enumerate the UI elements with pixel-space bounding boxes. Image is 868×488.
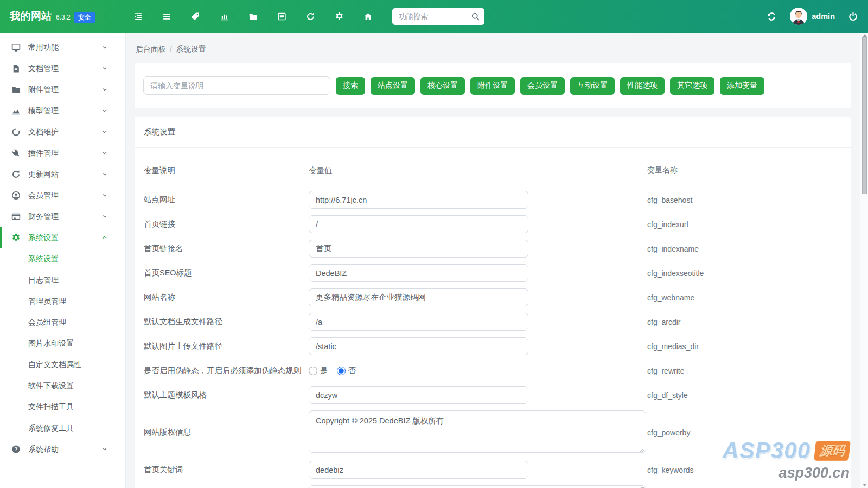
sidebar-subitem-6[interactable]: 软件下载设置 (0, 375, 125, 396)
sidebar-subitem-4[interactable]: 图片水印设置 (0, 333, 125, 354)
row-value (309, 240, 647, 258)
sidebar-subitem-7[interactable]: 文件扫描工具 (0, 396, 125, 418)
topbar-home-icon-button[interactable] (356, 8, 380, 25)
help-icon: ? (11, 445, 21, 454)
row-label: 默认图片上传文件路径 (144, 341, 309, 351)
toolbar-button-1[interactable]: 站点设置 (371, 77, 415, 95)
sidebar-item-10[interactable]: ?系统帮助 (0, 439, 125, 460)
circle-icon (11, 127, 21, 137)
row-value (309, 386, 647, 404)
sidebar-item-0[interactable]: 常用功能 (0, 37, 125, 58)
scrollbar-thumb[interactable] (862, 37, 867, 194)
sidebar-item-3[interactable]: 模型管理 (0, 100, 125, 121)
toolbar-button-3[interactable]: 附件设置 (470, 77, 515, 95)
description-textarea[interactable]: DedeBIZ系统基于PHP7版本开发，具有很强的可扩展性，并且采用GPLv2协… (309, 485, 646, 488)
cfg_arcdir-input[interactable] (309, 313, 528, 331)
row-label: 首页链接 (144, 219, 309, 229)
cfg_rewrite-radio-0[interactable] (309, 367, 317, 375)
sidebar-item-label: 常用功能 (28, 43, 59, 53)
topbar-menu-icon-button[interactable] (155, 8, 179, 25)
cfg_basehost-input[interactable] (309, 191, 528, 209)
table-row: 网站名称cfg_webname (144, 285, 841, 310)
cfg_medias_dir-input[interactable] (309, 337, 528, 355)
toolbar-buttons: 搜索站点设置核心设置附件设置会员设置互动设置性能选项其它选项添加变量 (330, 77, 764, 95)
cfg_indexname-input[interactable] (309, 240, 528, 258)
topbar-indent-icon-button[interactable] (126, 8, 150, 25)
row-value: 是否 (309, 365, 647, 376)
chevron-down-icon (101, 65, 108, 72)
sidebar-subitem-8[interactable]: 系统修复工具 (0, 418, 125, 439)
power-icon[interactable] (848, 11, 858, 22)
scrollbar-down-arrow[interactable] (863, 484, 867, 486)
toolbar-button-8[interactable]: 添加变量 (720, 77, 764, 95)
cfg_powerby-textarea[interactable]: Copyright © 2025 DedeBIZ 版权所有 (309, 410, 646, 453)
sidebar-subitem-0[interactable]: 系统设置 (0, 248, 125, 269)
sidebar-subitem-5[interactable]: 自定义文档属性 (0, 354, 125, 375)
cfg_keywords-input[interactable] (309, 461, 528, 479)
topbar-folder-icon-button[interactable] (241, 8, 265, 25)
svg-text:?: ? (14, 446, 17, 452)
topbar-gear-icon-button[interactable] (327, 8, 352, 25)
toolbar-button-4[interactable]: 会员设置 (520, 77, 565, 95)
sidebar-item-2[interactable]: 附件管理 (0, 79, 125, 100)
row-value (309, 337, 647, 355)
card-icon (11, 212, 21, 221)
user-menu[interactable]: admin (790, 8, 835, 25)
row-value (309, 264, 647, 282)
row-varname: cfg_arcdir (647, 318, 680, 326)
cfg_indexseotitle-input[interactable] (309, 264, 528, 282)
table-row: 首页链接名cfg_indexname (144, 236, 841, 261)
cfg_rewrite-option-1[interactable]: 否 (337, 365, 356, 376)
sidebar-item-9[interactable]: 系统设置 (0, 227, 125, 248)
row-varname: cfg_keywords (647, 466, 694, 474)
row-varname: cfg_df_style (647, 391, 688, 400)
toolbar-button-6[interactable]: 性能选项 (620, 77, 665, 95)
chevron-down-icon (101, 213, 108, 220)
cfg_webname-input[interactable] (309, 288, 528, 306)
sidebar-item-7[interactable]: 会员管理 (0, 185, 125, 206)
search-icon[interactable] (471, 12, 480, 21)
toolbar-button-7[interactable]: 其它选项 (670, 77, 714, 95)
security-badge: 安全 (74, 12, 95, 23)
toolbar-button-0[interactable]: 搜索 (336, 77, 365, 95)
row-varname: cfg_basehost (647, 196, 692, 204)
topbar-tag-icon-button[interactable] (183, 8, 208, 25)
sidebar-item-label: 更新网站 (28, 170, 59, 179)
page-scrollbar[interactable] (860, 33, 868, 488)
sidebar-item-label: 文档管理 (28, 64, 59, 74)
sidebar-item-1[interactable]: 文档管理 (0, 58, 125, 79)
cfg_rewrite-option-0[interactable]: 是 (309, 365, 328, 376)
sync-icon[interactable] (767, 11, 777, 22)
sidebar-subitem-3[interactable]: 会员组管理 (0, 312, 125, 333)
variable-search-input[interactable] (143, 76, 330, 95)
toolbar-button-2[interactable]: 核心设置 (420, 77, 465, 95)
sidebar-item-4[interactable]: 文档维护 (0, 121, 125, 143)
sidebar-subitem-2[interactable]: 管理员管理 (0, 291, 125, 312)
folder-icon (248, 12, 258, 21)
sidebar-item-label: 财务管理 (28, 212, 59, 222)
refresh-icon (11, 170, 21, 179)
sidebar-item-6[interactable]: 更新网站 (0, 164, 125, 185)
chevron-down-icon (101, 107, 108, 114)
topbar-chart-icon-button[interactable] (212, 8, 237, 25)
sidebar-subitem-1[interactable]: 日志管理 (0, 269, 125, 291)
main-content: 后台面板/系统设置 搜索站点设置核心设置附件设置会员设置互动设置性能选项其它选项… (126, 33, 860, 488)
toolbar-button-5[interactable]: 互动设置 (570, 77, 615, 95)
folder-icon (11, 85, 21, 94)
topbar-receipt-icon-button[interactable] (270, 8, 294, 25)
sidebar-item-5[interactable]: 插件管理 (0, 143, 125, 164)
cfg_df_style-input[interactable] (309, 386, 528, 404)
sidebar-item-label: 文档维护 (28, 127, 59, 137)
chart-icon (220, 12, 229, 21)
cfg_rewrite-radio-1[interactable] (337, 367, 346, 375)
breadcrumb-home[interactable]: 后台面板 (136, 44, 166, 53)
sidebar-item-8[interactable]: 财务管理 (0, 206, 125, 227)
table-row: 站点网址cfg_basehost (144, 188, 841, 212)
indent-icon (133, 12, 143, 21)
row-varname: cfg_indexurl (647, 220, 688, 229)
topbar-refresh-icon-button[interactable] (298, 8, 323, 25)
sidebar-item-label: 附件管理 (28, 85, 59, 95)
avatar[interactable] (790, 8, 807, 25)
cfg_indexurl-input[interactable] (309, 215, 528, 233)
row-value (309, 288, 647, 306)
